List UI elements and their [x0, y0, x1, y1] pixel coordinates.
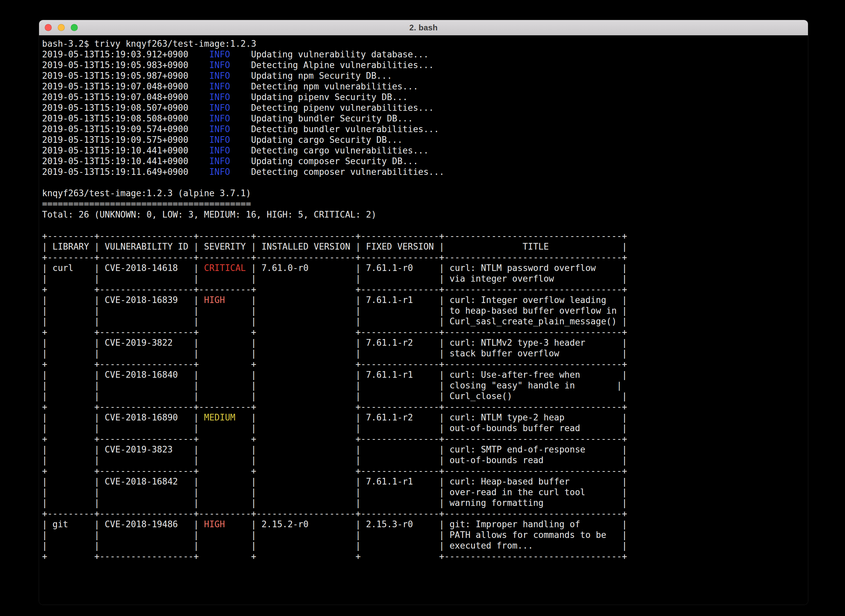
- terminal-line: | | CVE-2018-16890 | MEDIUM | | 7.61.1-r…: [42, 412, 627, 422]
- terminal-line: 2019-05-13T15:19:09.574+0900 INFO Detect…: [42, 124, 439, 134]
- terminal-line: 2019-05-13T15:19:09.575+0900 INFO Updati…: [42, 135, 402, 145]
- terminal-line: 2019-05-13T15:19:05.983+0900 INFO Detect…: [42, 60, 434, 70]
- severity-label-high: HIGH: [204, 295, 225, 305]
- terminal-window: 2. bash bash-3.2$ trivy knqyf263/test-im…: [39, 20, 808, 605]
- terminal-line: + +------------------+ + + +------------…: [42, 551, 627, 561]
- terminal-line: +---------+------------------+----------…: [42, 231, 627, 241]
- terminal-line: + +------------------+ + +--------------…: [42, 434, 627, 444]
- terminal-line: | | | | | | out-of-bounds buffer read |: [42, 423, 627, 433]
- terminal-line: + +------------------+ + +--------------…: [42, 466, 627, 476]
- severity-label-undefined: | 2.15.2-r0 | 2.15.3-r0 | git: Improper …: [225, 519, 627, 529]
- severity-label-undefined: | git | CVE-2018-19486 |: [42, 519, 204, 529]
- terminal-line: knqyf263/test-image:1.2.3 (alpine 3.7.1): [42, 188, 251, 198]
- severity-label-undefined: | | 7.61.1-r2 | curl: NTLM type-2 heap |: [235, 412, 627, 422]
- terminal-line: | | CVE-2018-16842 | | | 7.61.1-r1 | cur…: [42, 477, 627, 487]
- terminal-line: | | | | | | to heap-based buffer overflo…: [42, 306, 627, 316]
- terminal-line: 2019-05-13T15:19:05.987+0900 INFO Updati…: [42, 71, 392, 81]
- traffic-lights: [45, 20, 78, 35]
- terminal-line: | | | | | | PATH allows for commands to …: [42, 530, 627, 540]
- terminal-line: 2019-05-13T15:19:07.048+0900 INFO Updati…: [42, 92, 408, 102]
- log-level-info: INFO: [209, 167, 230, 177]
- terminal-line: | git | CVE-2018-19486 | HIGH | 2.15.2-r…: [42, 519, 627, 529]
- log-level-info: INFO: [209, 103, 230, 113]
- window-titlebar[interactable]: 2. bash: [39, 20, 808, 35]
- terminal-line: + +------------------+ + +--------------…: [42, 359, 627, 369]
- log-level-info: INFO: [209, 156, 230, 166]
- terminal-line: bash-3.2$ trivy knqyf263/test-image:1.2.…: [42, 39, 256, 49]
- terminal-line: Total: 26 (UNKNOWN: 0, LOW: 3, MEDIUM: 1…: [42, 210, 376, 220]
- terminal-line: 2019-05-13T15:19:08.507+0900 INFO Detect…: [42, 103, 434, 113]
- log-level-info: INFO: [209, 71, 230, 81]
- severity-label-medium: MEDIUM: [204, 412, 235, 422]
- terminal-line: | | CVE-2018-16839 | HIGH | | 7.61.1-r1 …: [42, 295, 627, 305]
- desktop-background: 2. bash bash-3.2$ trivy knqyf263/test-im…: [0, 0, 845, 616]
- log-level-info: INFO: [209, 60, 230, 70]
- severity-label-undefined: | | 7.61.1-r1 | curl: Integer overflow l…: [225, 295, 627, 305]
- terminal-line: | | CVE-2018-16840 | | | 7.61.1-r1 | cur…: [42, 370, 627, 380]
- terminal-line: | | CVE-2019-3823 | | | | curl: SMTP end…: [42, 444, 627, 455]
- terminal-line: | | | | | | stack buffer overflow |: [42, 348, 627, 358]
- terminal-line: | | | | | | Curl_close() |: [42, 391, 627, 401]
- zoom-button[interactable]: [71, 24, 78, 31]
- log-level-info: INFO: [209, 135, 230, 145]
- window-title: 2. bash: [409, 23, 438, 32]
- terminal-line: + +------------------+----------+ +-----…: [42, 402, 627, 412]
- terminal-line: +---------+------------------+----------…: [42, 509, 627, 519]
- terminal-line: 2019-05-13T15:19:07.048+0900 INFO Detect…: [42, 81, 418, 91]
- terminal-line: | | | | | | executed from... |: [42, 541, 627, 551]
- close-button[interactable]: [45, 24, 52, 31]
- log-level-info: INFO: [209, 49, 230, 59]
- severity-label-undefined: | | CVE-2018-16839 |: [42, 295, 204, 305]
- terminal-line: | | | | | | Curl_sasl_create_plain_messa…: [42, 316, 627, 326]
- terminal-line: | | | | | | via integer overflow |: [42, 274, 627, 284]
- minimize-button[interactable]: [58, 24, 65, 31]
- terminal-line: 2019-05-13T15:19:10.441+0900 INFO Updati…: [42, 156, 418, 166]
- severity-label-high: HIGH: [204, 519, 225, 529]
- terminal-line: | | | | | | closing "easy" handle in |: [42, 380, 622, 390]
- terminal-line: +---------+------------------+----------…: [42, 252, 627, 262]
- terminal-line: 2019-05-13T15:19:10.441+0900 INFO Detect…: [42, 145, 428, 155]
- log-level-info: INFO: [209, 124, 230, 134]
- severity-label-undefined: | curl | CVE-2018-14618 |: [42, 263, 204, 273]
- log-level-info: INFO: [209, 113, 230, 123]
- terminal-line: | | CVE-2019-3822 | | | 7.61.1-r2 | curl…: [42, 338, 627, 348]
- terminal-line: + +------------------+----------+ +-----…: [42, 284, 627, 294]
- log-level-info: INFO: [209, 92, 230, 102]
- terminal-line: | | | | | | out-of-bounds read |: [42, 455, 627, 465]
- terminal-output: bash-3.2$ trivy knqyf263/test-image:1.2.…: [42, 38, 808, 562]
- terminal-line: | | | | | | over-read in the curl tool |: [42, 487, 627, 497]
- terminal-line: | LIBRARY | VULNERABILITY ID | SEVERITY …: [42, 242, 627, 252]
- log-level-info: INFO: [209, 81, 230, 91]
- log-level-info: INFO: [209, 145, 230, 155]
- terminal-content[interactable]: bash-3.2$ trivy knqyf263/test-image:1.2.…: [39, 36, 808, 605]
- terminal-line: 2019-05-13T15:19:11.649+0900 INFO Detect…: [42, 167, 444, 177]
- terminal-line: + +------------------+ + +--------------…: [42, 327, 627, 337]
- terminal-line: ========================================: [42, 199, 251, 209]
- severity-label-undefined: | | CVE-2018-16890 |: [42, 412, 204, 422]
- terminal-line: 2019-05-13T15:19:03.912+0900 INFO Updati…: [42, 49, 428, 59]
- terminal-line: 2019-05-13T15:19:08.508+0900 INFO Updati…: [42, 113, 413, 123]
- terminal-line: | | | | | | warning formatting |: [42, 498, 627, 508]
- severity-label-critical: CRITICAL: [204, 263, 246, 273]
- terminal-line: | curl | CVE-2018-14618 | CRITICAL | 7.6…: [42, 263, 627, 273]
- severity-label-undefined: | 7.61.0-r0 | 7.61.1-r0 | curl: NTLM pas…: [246, 263, 627, 273]
